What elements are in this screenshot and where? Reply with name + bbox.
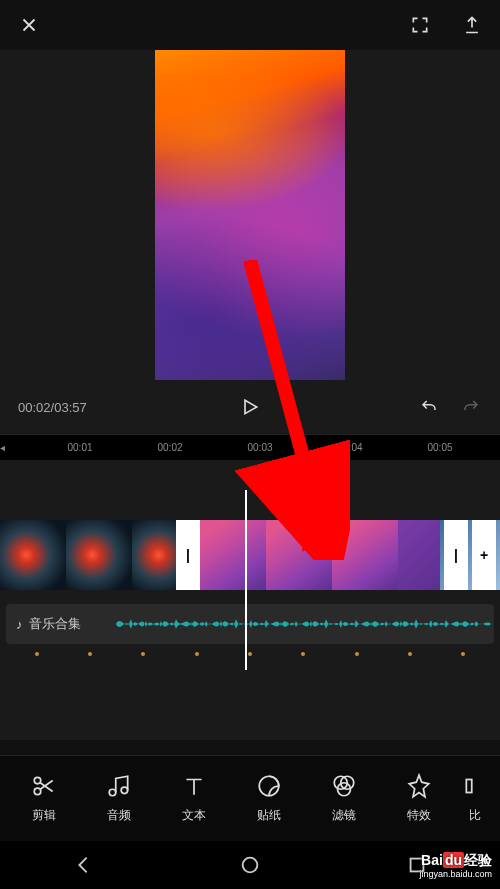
add-clip-button[interactable]: + xyxy=(472,520,496,590)
effects-icon xyxy=(406,773,432,799)
tool-label: 文本 xyxy=(182,807,206,824)
tool-label: 贴纸 xyxy=(257,807,281,824)
trim-handle-right[interactable]: | xyxy=(444,520,468,590)
text-icon xyxy=(181,773,207,799)
tool-text[interactable]: 文本 xyxy=(156,773,231,824)
ruler-mark: 00:01 xyxy=(67,442,92,453)
playhead[interactable] xyxy=(245,490,247,670)
redo-button[interactable] xyxy=(460,398,482,416)
svg-rect-10 xyxy=(467,780,472,793)
audio-waveform xyxy=(116,609,494,639)
tool-sticker[interactable]: 贴纸 xyxy=(231,773,306,824)
scissors-icon xyxy=(31,773,57,799)
tool-label: 特效 xyxy=(407,807,431,824)
video-clip-1[interactable] xyxy=(0,520,200,590)
music-icon xyxy=(106,773,132,799)
play-button[interactable] xyxy=(240,396,260,418)
ruler-mark: 00:04 xyxy=(337,442,362,453)
tool-ratio[interactable]: 比 xyxy=(456,773,494,824)
tool-filter[interactable]: 滤镜 xyxy=(306,773,381,824)
ruler-mark: 00:03 xyxy=(247,442,272,453)
undo-button[interactable] xyxy=(418,398,440,416)
svg-point-4 xyxy=(109,789,116,796)
export-button[interactable] xyxy=(462,15,482,35)
nav-back[interactable] xyxy=(72,854,94,876)
svg-point-5 xyxy=(121,787,128,794)
tool-label: 剪辑 xyxy=(32,807,56,824)
video-clip-2[interactable] xyxy=(200,520,440,590)
audio-track[interactable]: ♪ 音乐合集 xyxy=(6,604,494,644)
sticker-icon xyxy=(256,773,282,799)
ruler-mark: 00:02 xyxy=(157,442,182,453)
svg-point-3 xyxy=(34,788,41,795)
fullscreen-button[interactable] xyxy=(410,15,430,35)
audio-track-label: 音乐合集 xyxy=(29,615,81,633)
close-button[interactable] xyxy=(18,14,40,36)
tool-audio[interactable]: 音频 xyxy=(81,773,156,824)
tool-bar: 剪辑 音频 文本 贴纸 滤镜 特效 比 xyxy=(0,755,500,841)
tool-label: 滤镜 xyxy=(332,807,356,824)
ratio-icon xyxy=(462,773,488,799)
tool-edit[interactable]: 剪辑 xyxy=(6,773,81,824)
ruler-mark: 00:05 xyxy=(427,442,452,453)
filter-icon xyxy=(331,773,357,799)
tool-effects[interactable]: 特效 xyxy=(381,773,456,824)
watermark: Baidu经验 jingyan.baidu.com xyxy=(419,851,492,881)
svg-point-11 xyxy=(243,858,258,873)
tool-label: 比 xyxy=(469,807,481,824)
timeline-ruler[interactable]: ◂ 00:01 00:02 00:03 00:04 00:05 xyxy=(0,434,500,460)
svg-point-2 xyxy=(34,777,41,784)
trim-handle-left[interactable]: | xyxy=(176,520,200,590)
time-display: 00:02/03:57 xyxy=(18,400,87,415)
beat-markers xyxy=(0,644,500,656)
video-track[interactable]: | | + xyxy=(0,520,500,590)
nav-home[interactable] xyxy=(239,854,261,876)
video-preview[interactable] xyxy=(0,50,500,380)
tool-label: 音频 xyxy=(107,807,131,824)
preview-frame xyxy=(155,50,345,380)
timeline[interactable]: | | + ♪ 音乐合集 xyxy=(0,460,500,740)
music-note-icon: ♪ xyxy=(16,617,23,632)
